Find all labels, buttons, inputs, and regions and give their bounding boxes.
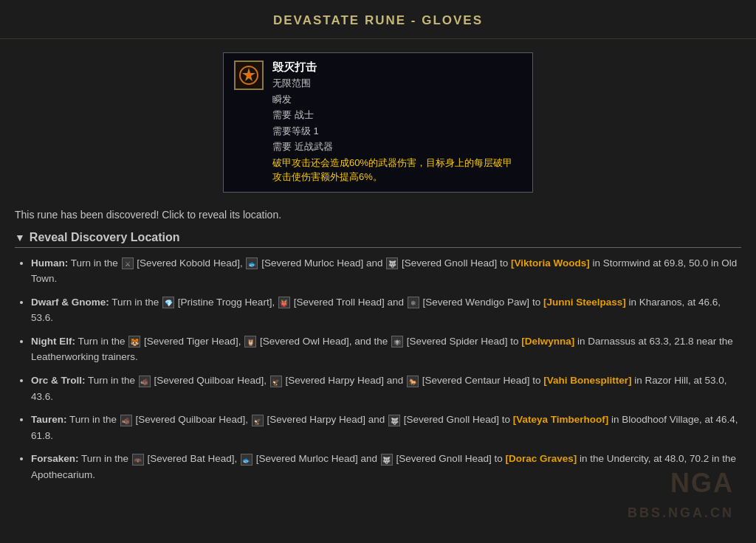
- item-icon: 👹: [278, 297, 290, 308]
- item-icon: 🕷: [391, 336, 403, 347]
- tooltip-name: 毁灭打击: [272, 60, 522, 75]
- npc-link[interactable]: [Vahi Bonesplitter]: [543, 375, 631, 386]
- tooltip-line-5: 需要 近战武器: [272, 139, 522, 154]
- list-item: Forsaken: Turn in the 🦇 [Severed Bat Hea…: [31, 451, 741, 483]
- item-text: [Severed Owl Head]: [260, 336, 349, 347]
- tooltip-box: 毁灭打击 无限范围 瞬发 需要 战士 需要等级 1 需要 近战武器 破甲攻击还会…: [223, 52, 533, 193]
- item-icon: 🦉: [244, 336, 256, 347]
- faction-label: Forsaken:: [31, 453, 79, 464]
- list-item: Orc & Troll: Turn in the 🐗 [Severed Quil…: [31, 373, 741, 404]
- item-icon: 🐺: [388, 415, 400, 426]
- item-icon: 🐺: [386, 257, 398, 269]
- page-container: DEVASTATE RUNE - GLOVES 毁灭打击 无限范围 瞬发 需要 …: [0, 0, 756, 543]
- reveal-header[interactable]: ▼ Reveal Discovery Location: [15, 231, 741, 248]
- item-text: [Severed Murloc Head]: [256, 453, 358, 464]
- list-item: Dwarf & Gnome: Turn in the 💎 [Pristine T…: [31, 294, 741, 326]
- faction-label: Human:: [31, 257, 68, 269]
- rune-icon: [234, 60, 264, 90]
- item-icon: 🐟: [246, 257, 258, 269]
- item-text: [Severed Bat Head]: [148, 453, 235, 464]
- item-text: [Severed Tiger Head]: [144, 336, 238, 347]
- item-text: [Severed Quilboar Head]: [154, 375, 264, 386]
- tooltip-line-2: 瞬发: [272, 92, 522, 107]
- npc-link[interactable]: [Delwynna]: [521, 336, 574, 347]
- item-text: [Severed Troll Head]: [294, 297, 385, 308]
- discovered-text: This rune has been discovered! Click to …: [0, 200, 756, 225]
- page-title: DEVASTATE RUNE - GLOVES: [0, 0, 756, 39]
- item-text: [Severed Gnoll Head]: [396, 453, 492, 464]
- item-icon: 🦅: [270, 376, 282, 387]
- reveal-header-text: Reveal Discovery Location: [30, 231, 180, 244]
- item-text: [Severed Wendigo Paw]: [423, 297, 530, 308]
- item-text: [Severed Harpy Head]: [285, 375, 384, 386]
- reveal-section: ▼ Reveal Discovery Location Human: Turn …: [0, 225, 756, 483]
- list-item: Night Elf: Turn in the 🐯 [Severed Tiger …: [31, 333, 741, 365]
- npc-link[interactable]: [Dorac Graves]: [505, 453, 577, 464]
- tooltip-line-6: 破甲攻击还会造成60%的武器伤害，目标身上的每层破甲攻击使伤害额外提高6%。: [272, 156, 522, 184]
- item-icon: 🐗: [139, 376, 151, 387]
- faction-label: Tauren:: [31, 414, 67, 425]
- item-icon: 🦇: [132, 454, 144, 466]
- item-icon: ❄: [408, 297, 419, 308]
- item-icon: 🐎: [407, 376, 419, 387]
- item-text: [Severed Spider Head]: [407, 336, 508, 347]
- tooltip-line-4: 需要等级 1: [272, 124, 522, 139]
- npc-link[interactable]: [Viktoria Woods]: [511, 257, 590, 269]
- faction-label: Orc & Troll:: [31, 375, 86, 386]
- item-text: [Severed Kobold Head]: [137, 257, 240, 269]
- locations-list: Human: Turn in the ⚔ [Severed Kobold Hea…: [15, 255, 741, 483]
- item-icon: 🐺: [381, 454, 393, 466]
- item-icon: 🐯: [128, 336, 140, 347]
- tooltip-line-3: 需要 战士: [272, 108, 522, 122]
- svg-point-2: [247, 73, 251, 77]
- list-item: Tauren: Turn in the 🐗 [Severed Quilboar …: [31, 412, 741, 443]
- item-text: [Severed Gnoll Head]: [402, 257, 497, 269]
- tooltip-content: 毁灭打击 无限范围 瞬发 需要 战士 需要等级 1 需要 近战武器 破甲攻击还会…: [272, 60, 522, 184]
- item-text: [Severed Gnoll Head]: [404, 414, 499, 425]
- item-text: [Severed Centaur Head]: [422, 375, 530, 386]
- list-item: Human: Turn in the ⚔ [Severed Kobold Hea…: [31, 255, 741, 287]
- faction-label: Night Elf:: [31, 336, 75, 347]
- faction-label: Dwarf & Gnome:: [31, 297, 109, 308]
- item-text: [Severed Murloc Head]: [261, 257, 363, 269]
- item-icon: 🐟: [241, 454, 252, 466]
- item-icon: 🐗: [120, 415, 132, 426]
- item-text: [Severed Quilboar Head]: [136, 414, 246, 425]
- item-icon: 🦅: [252, 415, 264, 426]
- watermark-line2: BBS.NGA.CN: [628, 505, 734, 521]
- npc-link[interactable]: [Vateya Timberhoof]: [513, 414, 609, 425]
- tooltip-line-1: 无限范围: [272, 76, 522, 91]
- tooltip-section: 毁灭打击 无限范围 瞬发 需要 战士 需要等级 1 需要 近战武器 破甲攻击还会…: [0, 39, 756, 200]
- item-text: [Pristine Trogg Heart]: [178, 297, 272, 308]
- item-icon: 💎: [162, 297, 174, 308]
- chevron-icon: ▼: [15, 232, 25, 243]
- item-icon: ⚔: [122, 257, 134, 269]
- item-text: [Severed Harpy Head]: [267, 414, 365, 425]
- npc-link[interactable]: [Junni Steelpass]: [543, 297, 626, 308]
